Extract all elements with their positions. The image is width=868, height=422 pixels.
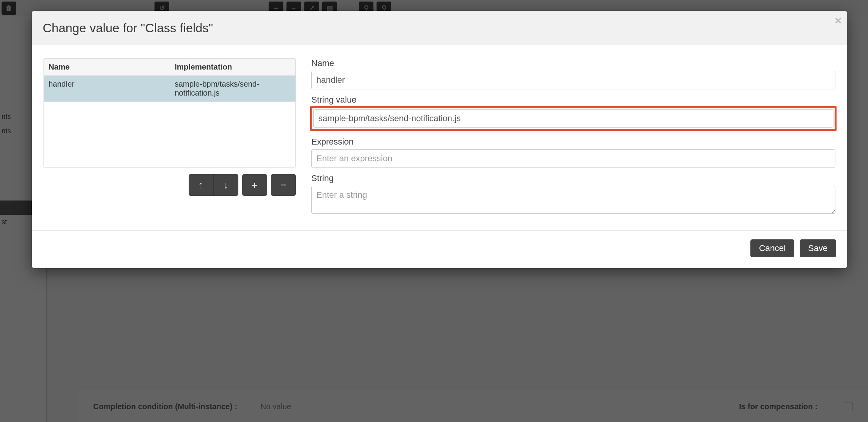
arrow-up-icon: ↑	[198, 179, 203, 191]
minus-icon: −	[280, 179, 286, 191]
expression-input[interactable]	[311, 149, 835, 168]
move-up-button[interactable]: ↑	[189, 174, 214, 196]
table-body: handler sample-bpm/tasks/send-notificati…	[44, 76, 295, 167]
fields-list-panel: Name Implementation handler sample-bpm/t…	[43, 58, 296, 221]
fields-table[interactable]: Name Implementation handler sample-bpm/t…	[43, 58, 296, 168]
remove-button[interactable]: −	[271, 174, 296, 196]
string-textarea[interactable]	[311, 186, 835, 214]
expression-field-group: Expression	[311, 137, 835, 168]
name-field-group: Name	[311, 58, 835, 89]
name-label: Name	[311, 58, 835, 68]
table-header: Name Implementation	[44, 59, 295, 76]
add-button[interactable]: +	[242, 174, 267, 196]
col-header-name: Name	[44, 59, 170, 75]
string-value-input[interactable]	[313, 109, 833, 128]
arrow-down-icon: ↓	[224, 179, 229, 191]
modal-title: Change value for "Class fields"	[43, 21, 836, 35]
plus-icon: +	[252, 179, 257, 191]
modal-header: Change value for "Class fields" ×	[32, 11, 847, 45]
name-input[interactable]	[311, 71, 835, 89]
string-value-highlight	[310, 106, 837, 131]
string-value-field-group: String value	[311, 95, 835, 130]
modal-footer: Cancel Save	[32, 230, 847, 268]
cell-implementation: sample-bpm/tasks/send-notification.js	[170, 76, 295, 101]
string-field-group: String	[311, 173, 835, 216]
string-value-label: String value	[311, 95, 835, 105]
cell-name: handler	[44, 76, 170, 101]
table-row[interactable]: handler sample-bpm/tasks/send-notificati…	[44, 76, 295, 102]
save-button[interactable]: Save	[800, 239, 836, 257]
col-header-implementation: Implementation	[170, 59, 295, 75]
cancel-button[interactable]: Cancel	[750, 239, 794, 257]
table-actions: ↑ ↓ + −	[43, 174, 296, 196]
class-fields-modal: Change value for "Class fields" × Name I…	[32, 11, 847, 268]
expression-label: Expression	[311, 137, 835, 147]
string-label: String	[311, 173, 835, 183]
field-editor-panel: Name String value Expression String	[311, 58, 835, 221]
modal-body: Name Implementation handler sample-bpm/t…	[32, 45, 847, 230]
close-icon[interactable]: ×	[835, 15, 842, 26]
move-down-button[interactable]: ↓	[214, 174, 238, 196]
